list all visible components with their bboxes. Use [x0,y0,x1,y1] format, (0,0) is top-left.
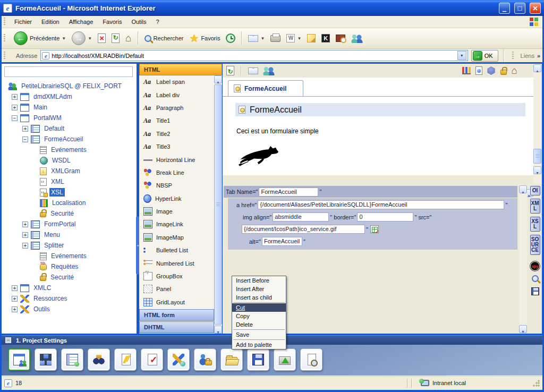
home-icon[interactable] [512,65,517,76]
palette-scrollbar[interactable] [214,75,222,334]
home-button[interactable] [124,32,133,45]
palette-item-imagemap[interactable]: ImageMap [139,231,214,244]
tree-item-evenements[interactable]: Evénements [2,144,137,155]
menu-item-insert-after[interactable]: Insert After [232,285,286,293]
expand-plus-icon[interactable] [12,296,18,302]
tree-item-xmlgram[interactable]: XMLGram [2,166,137,176]
scroll-down-icon[interactable] [533,166,541,174]
menu-item-copy[interactable]: Copy [232,312,286,320]
tree-item-splitter[interactable]: Splitter [2,240,137,251]
source-row-src[interactable]: {/document/IcosPath}ico_service.gif " [228,223,517,235]
menu-item-save[interactable]: Save [232,330,286,339]
preview-vscrollbar[interactable] [533,64,542,184]
palette-item-image[interactable]: Image [139,205,214,218]
messenger-button[interactable] [350,33,364,44]
mail-icon[interactable] [248,67,258,74]
palette-item-groupbox[interactable]: GroupBox [139,270,214,283]
toolbar-grip[interactable] [4,52,5,60]
source-row-alt[interactable]: alt=" FormeAccueil " [228,235,517,248]
scroll-down-icon[interactable] [519,325,527,333]
expand-plus-icon[interactable] [22,243,28,249]
expand-minus-icon[interactable] [22,137,28,142]
chevron-icon[interactable]: » [537,53,540,59]
expand-plus-icon[interactable] [22,232,28,238]
maximize-button[interactable] [514,3,525,14]
tree-item-formeaccueil[interactable]: FormeAccueil [2,134,137,144]
expand-plus-icon[interactable] [12,94,18,100]
palette-item-label-div[interactable]: Label div [139,88,214,101]
menu-item-add-to-palette[interactable]: Add to palette [232,340,286,349]
hexagon-icon[interactable] [487,66,496,75]
palette-item-panel[interactable]: Panel [139,283,214,295]
align-input[interactable]: absmiddle [273,212,329,221]
menu-item-delete[interactable]: Delete [232,320,286,329]
research-button[interactable] [334,33,347,43]
scroll-up-icon[interactable] [533,64,541,72]
palette-item-break-line[interactable]: Break Line [139,166,214,179]
tab-formeaccueil[interactable]: FormeAccueil [228,80,303,96]
lock-icon[interactable] [500,70,507,75]
tab-source[interactable]: SOURCE [530,235,540,255]
tree-item-xmlc[interactable]: XMLC [2,283,137,293]
scroll-up-icon[interactable] [214,75,222,83]
mail-button[interactable]: ▼ [246,34,266,43]
palette-item-bulleted-list[interactable]: Bulleted List [139,244,214,257]
launcher-save-button[interactable] [247,348,269,371]
tree-item-evenements2[interactable]: Evénements [2,251,137,261]
spy-icon[interactable]: spy [530,261,540,271]
refresh-button[interactable] [110,32,121,44]
title-bar[interactable]: e FormeAccueil - Microsoft Internet Expl… [0,0,544,16]
palette-item-label-span[interactable]: Label span [139,75,214,88]
launcher-script-button[interactable] [114,348,137,371]
menu-help[interactable]: ? [151,17,164,27]
palette-item-nbsp[interactable]: NBSP [139,179,214,192]
launcher-form-button[interactable] [61,348,83,371]
minimize-button[interactable] [499,3,510,14]
launcher-preview-button[interactable] [300,348,322,371]
source-scrollbar[interactable] [519,185,527,334]
favorites-button[interactable]: Favoris [188,32,222,45]
image-picker-button[interactable] [370,225,379,233]
tree-item-xml[interactable]: XML [2,176,137,187]
launcher-open-button[interactable] [220,348,243,371]
scroll-down-icon[interactable] [214,326,222,334]
tree-item-menu[interactable]: Menu [2,229,137,240]
tree-item-formportal[interactable]: FormPortal [2,219,137,229]
tree-item-portalwm[interactable]: PortalWM [2,113,137,123]
launcher-project-button[interactable] [8,348,30,371]
go-button[interactable]: OK [471,50,498,62]
tree-item-wsdl[interactable]: WSDL [2,155,137,166]
menu-edition[interactable]: Edition [37,17,64,27]
zoom-icon[interactable] [532,275,539,282]
launcher-orgchart-button[interactable] [35,348,57,371]
palette-item-gridlayout[interactable]: GridLayout [139,296,214,309]
history-button[interactable] [224,32,237,44]
forward-button[interactable]: ▼ [70,30,94,46]
alt-input[interactable]: FormeAccueil [262,237,302,246]
expand-minus-icon[interactable] [12,115,18,121]
back-dropdown-icon[interactable]: ▼ [62,36,66,41]
palette-section-dhtml[interactable]: DHTML [139,321,214,333]
launcher-explore-button[interactable] [88,348,110,371]
tree-item-requetes[interactable]: Requètes [2,261,137,272]
tab-name-input[interactable]: FormeAccueil [259,188,318,197]
menu-item-insert-as-child[interactable]: Insert as child [232,293,286,302]
address-input[interactable]: e http://localhost/XMLRADBin/Default [40,50,468,61]
edit-word-button[interactable]: ▼ [285,33,303,44]
tab-xml[interactable]: XML [530,199,540,214]
launcher-publish-button[interactable] [274,348,296,371]
resize-grip[interactable] [533,380,540,387]
launcher-security-button[interactable] [194,348,216,371]
collapse-icon[interactable] [5,337,11,343]
tree-item-main[interactable]: Main [2,102,137,113]
palette-section-html[interactable]: HTML [139,64,222,75]
href-input[interactable]: {/document/Aliases/PetiteLibrairieSQLDLL… [258,200,504,209]
toolbar-grip[interactable] [4,18,5,26]
search-button[interactable]: Rechercher [143,34,185,43]
edit-dropdown-icon[interactable]: ▼ [297,36,301,41]
tab-xsl[interactable]: XSL [530,217,540,232]
menu-favoris[interactable]: Favoris [98,17,126,27]
refresh-icon[interactable] [226,66,234,75]
tree-item-default[interactable]: Default [2,123,137,134]
tree-item-root[interactable]: PetiteLibrairieSQL @ FELIX_PORT [2,81,137,91]
